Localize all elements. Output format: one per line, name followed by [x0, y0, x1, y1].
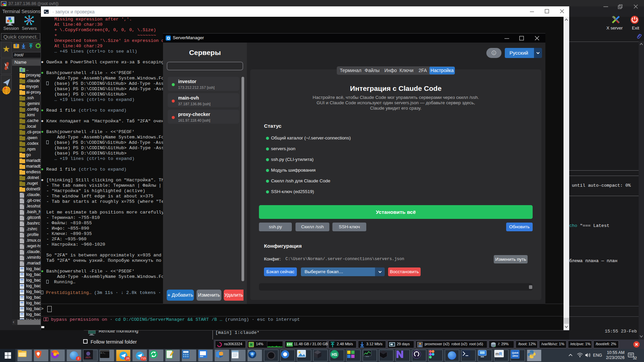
svg-text:R: R	[499, 352, 502, 356]
svg-text:HS: HS	[332, 352, 337, 357]
svg-text:utmo: utmo	[512, 355, 518, 357]
svg-text:m: m	[495, 352, 499, 356]
svg-text:Quick: Quick	[512, 352, 519, 354]
svg-text:C:\_: C:\_	[101, 352, 106, 354]
svg-text:FRUTY: FRUTY	[86, 357, 91, 359]
